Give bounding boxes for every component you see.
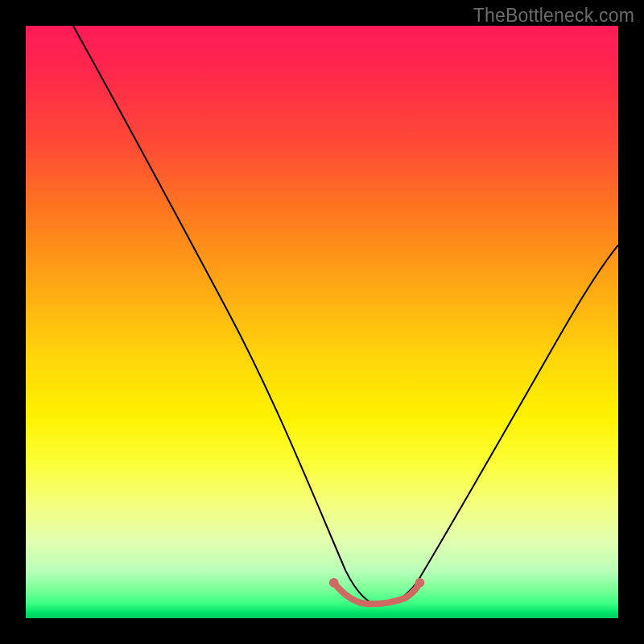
watermark-text: TheBottleneck.com (473, 5, 634, 27)
chart-svg (26, 26, 618, 618)
chart-frame: TheBottleneck.com (0, 0, 644, 644)
flat-bottom-highlight (334, 583, 420, 604)
highlight-dot-right (415, 578, 425, 588)
highlight-dot-left (329, 578, 339, 588)
bottleneck-curve (73, 26, 618, 605)
plot-area (26, 26, 618, 618)
